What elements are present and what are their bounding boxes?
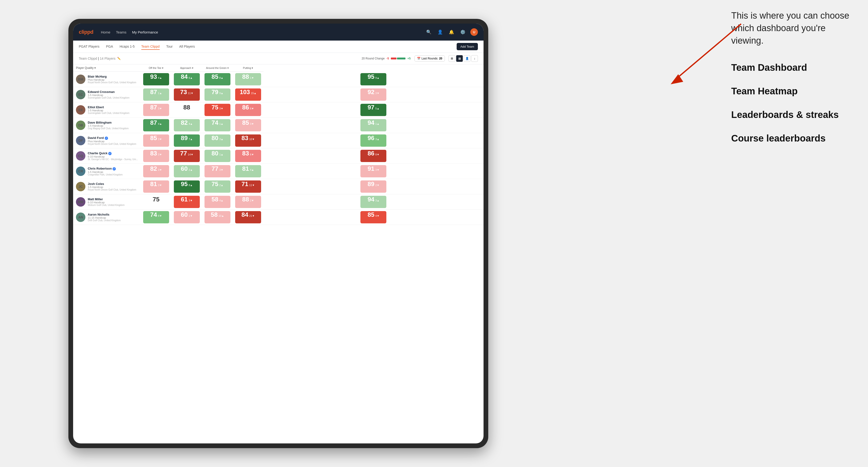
nav-link-my-performance[interactable]: My Performance <box>132 29 158 35</box>
col-around-green[interactable]: Around the Green ▾ <box>202 64 233 72</box>
player-cell[interactable]: MM Matt Miller 6-10 Handicap Woburn Golf… <box>73 194 141 210</box>
sub-nav-team-clippd[interactable]: Team Clippd <box>141 44 160 50</box>
approach-score[interactable]: 75 2▲ <box>202 179 233 194</box>
approach-score[interactable]: 77 3▼ <box>202 164 233 179</box>
putting-score[interactable]: 89 2▼ <box>264 179 484 194</box>
data-table[interactable]: Player Quality ▾ Off the Tee ▾ Approach … <box>73 64 484 443</box>
player-cell[interactable]: DF David Ford ✓ Plus Handicap Royal Nort… <box>73 133 141 148</box>
player-cell[interactable]: EC Edward Crossman 1-5 Handicap Sunningd… <box>73 87 141 102</box>
putting-score[interactable]: 86 8▼ <box>264 148 484 164</box>
putting-score[interactable]: 94 1▲ <box>264 118 484 133</box>
score-box: 81 3▼ <box>143 181 169 193</box>
putting-score[interactable]: 95 9▲ <box>264 72 484 87</box>
sub-nav-tour[interactable]: Tour <box>166 44 173 50</box>
add-team-button[interactable]: Add Team <box>457 43 478 50</box>
player-club: Royal North Devon Golf Club, United King… <box>88 143 138 145</box>
player-quality-score[interactable]: 93 4▲ <box>141 72 172 87</box>
sub-nav-all-players[interactable]: All Players <box>179 44 195 50</box>
player-cell[interactable]: EE Elliot Ebert 1-5 Handicap Sunningdale… <box>73 102 141 118</box>
last-rounds-button[interactable]: 📅 Last Rounds: 20 <box>414 55 445 62</box>
score-box: 71 11▼ <box>235 181 261 193</box>
putting-score[interactable]: 96 3▲ <box>264 133 484 148</box>
person-view-button[interactable]: 👤 <box>464 55 470 62</box>
score-change: 3▲ <box>375 199 379 202</box>
col-approach[interactable]: Approach ▾ <box>172 64 202 72</box>
sub-nav-hcaps[interactable]: Hcaps 1-5 <box>120 44 135 50</box>
off-tee-score[interactable]: 60 1▼ <box>172 210 202 225</box>
around-green-score[interactable]: 86 6▼ <box>233 102 264 118</box>
edit-icon[interactable]: ✏️ <box>117 57 121 60</box>
player-quality-score[interactable]: 81 3▼ <box>141 179 172 194</box>
score-box: 93 4▲ <box>143 73 169 85</box>
col-player-quality[interactable]: Player Quality ▾ <box>73 64 141 72</box>
player-cell[interactable]: JC Josh Coles 1-5 Handicap Royal North D… <box>73 179 141 194</box>
approach-score[interactable]: 79 9▲ <box>202 87 233 102</box>
player-name: Edward Crossman <box>88 90 138 94</box>
putting-score[interactable]: 91 3▼ <box>264 164 484 179</box>
approach-score[interactable]: 58 4▲ <box>202 194 233 210</box>
approach-score[interactable]: 75 3▼ <box>202 102 233 118</box>
sub-nav-pga[interactable]: PGA <box>106 44 113 50</box>
off-tee-score[interactable]: 60 2▲ <box>172 164 202 179</box>
putting-score[interactable]: 85 4▼ <box>264 210 484 225</box>
score-change: 3▼ <box>158 107 162 110</box>
off-tee-score[interactable]: 84 6▲ <box>172 72 202 87</box>
off-tee-score[interactable]: 61 3▼ <box>172 194 202 210</box>
player-cell[interactable]: CQ Charlie Quick ✓ 6-10 Handicap St. Geo… <box>73 148 141 164</box>
player-cell[interactable]: CR Chris Robertson ✓ 1-5 Handicap Craigm… <box>73 164 141 179</box>
col-off-tee[interactable]: Off the Tee ▾ <box>141 64 172 72</box>
download-button[interactable]: ↓ <box>471 55 478 62</box>
score-change: 8▲ <box>189 184 193 187</box>
bell-icon[interactable]: 🔔 <box>448 28 455 36</box>
around-green-score[interactable]: 88 1▼ <box>233 72 264 87</box>
nav-link-home[interactable]: Home <box>101 29 111 35</box>
approach-score[interactable]: 80 1▲ <box>202 148 233 164</box>
player-quality-score[interactable]: 82 3▼ <box>141 164 172 179</box>
putting-score[interactable]: 97 5▲ <box>264 102 484 118</box>
player-cell[interactable]: AN Aaron Nicholls 11-15 Handicap Drift G… <box>73 210 141 225</box>
score-box: 88 1▼ <box>235 73 261 85</box>
off-tee-score[interactable]: 82 4▲ <box>172 118 202 133</box>
player-quality-score[interactable]: 87 1▲ <box>141 87 172 102</box>
col-putting[interactable]: Putting ▾ <box>233 64 264 72</box>
around-green-score[interactable]: 88 2▼ <box>233 194 264 210</box>
player-cell[interactable]: BM Blair McHarg Plus Handicap Royal Nort… <box>73 72 141 87</box>
heatmap-view-button[interactable]: ▦ <box>456 55 463 62</box>
around-green-score[interactable]: 81 4▲ <box>233 164 264 179</box>
approach-score[interactable]: 80 3▲ <box>202 133 233 148</box>
off-tee-score[interactable]: 89 7▲ <box>172 133 202 148</box>
player-quality-score[interactable]: 74 8▼ <box>141 210 172 225</box>
player-avatar: CR <box>76 166 85 176</box>
person-icon[interactable]: 👤 <box>436 28 444 36</box>
putting-score[interactable]: 94 3▲ <box>264 194 484 210</box>
off-tee-score[interactable]: 88 <box>172 102 202 118</box>
off-tee-score[interactable]: 95 8▲ <box>172 179 202 194</box>
around-green-score[interactable]: 83 6▼ <box>233 148 264 164</box>
player-quality-score[interactable]: 87 4▲ <box>141 118 172 133</box>
nav-link-teams[interactable]: Teams <box>116 29 126 35</box>
around-green-score[interactable]: 84 21▼ <box>233 210 264 225</box>
around-green-score[interactable]: 83 10▼ <box>233 133 264 148</box>
around-green-score[interactable]: 103 15▲ <box>233 87 264 102</box>
player-quality-score[interactable]: 75 <box>141 194 172 210</box>
grid-view-button[interactable]: ⊞ <box>448 55 455 62</box>
off-tee-score[interactable]: 77 14▼ <box>172 148 202 164</box>
approach-score[interactable]: 85 8▲ <box>202 72 233 87</box>
player-cell[interactable]: DB Dave Billingham 1-5 Handicap Gog Mago… <box>73 118 141 133</box>
search-icon[interactable]: 🔍 <box>425 28 433 36</box>
player-club: Royal North Devon Golf Club, United King… <box>88 188 138 191</box>
settings-icon[interactable]: ⚙️ <box>459 28 467 36</box>
player-quality-score[interactable]: 87 3▼ <box>141 102 172 118</box>
approach-score[interactable]: 58 10▲ <box>202 210 233 225</box>
sub-nav-pgat[interactable]: PGAT Players <box>79 44 99 50</box>
around-green-score[interactable]: 85 3▼ <box>233 118 264 133</box>
player-quality-score[interactable]: 83 3▼ <box>141 148 172 164</box>
annotation-item-heatmap: Team Heatmap <box>731 85 854 97</box>
player-quality-score[interactable]: 85 3▼ <box>141 133 172 148</box>
avatar[interactable]: U <box>470 28 478 36</box>
approach-score[interactable]: 74 1▲ <box>202 118 233 133</box>
putting-score[interactable]: 92 3▼ <box>264 87 484 102</box>
off-tee-score[interactable]: 73 11▼ <box>172 87 202 102</box>
around-green-score[interactable]: 71 11▼ <box>233 179 264 194</box>
player-name: Aaron Nicholls <box>88 213 138 216</box>
